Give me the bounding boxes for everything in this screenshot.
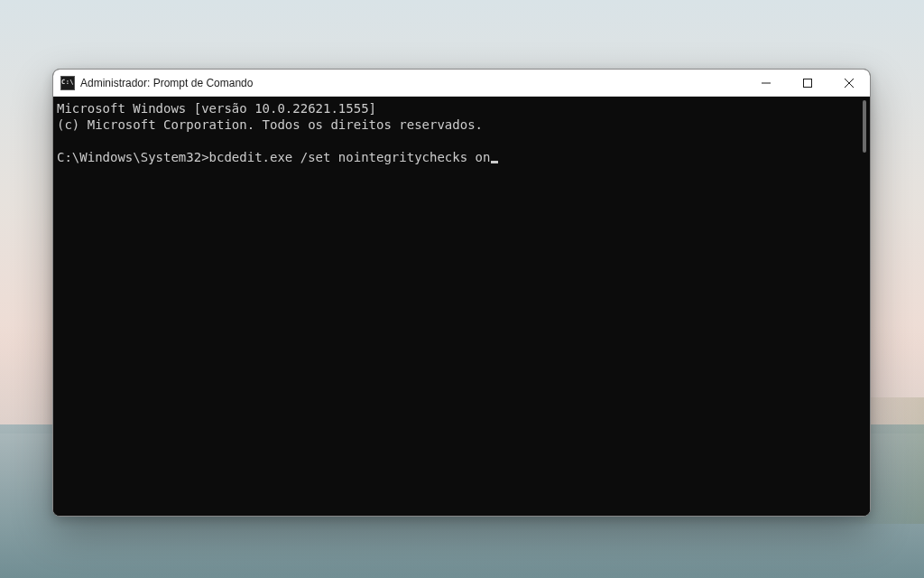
close-icon xyxy=(845,79,854,88)
window-app-icon: C:\ xyxy=(60,76,75,90)
terminal-prompt-path: C:\Windows\System32> xyxy=(57,150,209,164)
maximize-button[interactable] xyxy=(787,70,828,97)
terminal-output: Microsoft Windows [versão 10.0.22621.155… xyxy=(57,100,870,165)
maximize-icon xyxy=(803,79,812,88)
scrollbar-thumb[interactable] xyxy=(863,100,866,153)
close-button[interactable] xyxy=(828,70,870,97)
window-title: Administrador: Prompt de Comando xyxy=(80,77,253,89)
cmd-icon-label: C:\ xyxy=(61,79,74,86)
terminal-cursor xyxy=(491,161,498,163)
svg-rect-1 xyxy=(804,79,812,87)
terminal-line: (c) Microsoft Corporation. Todos os dire… xyxy=(57,117,483,132)
window-titlebar[interactable]: C:\ Administrador: Prompt de Comando xyxy=(53,70,870,97)
minimize-icon xyxy=(762,79,771,88)
minimize-button[interactable] xyxy=(745,70,787,97)
command-prompt-window: C:\ Administrador: Prompt de Comando xyxy=(52,69,871,517)
desktop-wallpaper: C:\ Administrador: Prompt de Comando xyxy=(0,0,924,578)
terminal-command: bcdedit.exe /set nointegritychecks on xyxy=(209,150,491,164)
terminal-viewport[interactable]: Microsoft Windows [versão 10.0.22621.155… xyxy=(53,97,870,516)
terminal-line: Microsoft Windows [versão 10.0.22621.155… xyxy=(57,101,376,116)
